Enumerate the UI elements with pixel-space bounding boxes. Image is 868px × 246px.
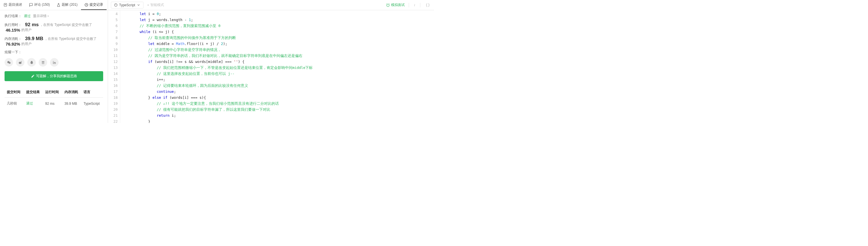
th-runtime: 运行时间 [43,87,62,98]
tab-label: 题解 (201) [62,2,77,7]
code-content[interactable]: let i = 0; let j = words.length - 1; // … [120,10,434,123]
tabs: 题目描述 评论 (150) 题解 (201) 提交记录 [0,0,108,10]
result-row: 执行结果： 通过 显示详情 › [4,13,103,19]
linkedin-icon[interactable] [50,58,59,66]
write-solution-button[interactable]: 写题解，分享我的解题思路 [4,71,103,81]
result-status: 通过 [24,13,31,19]
svg-line-18 [389,3,390,4]
mock-interview-button[interactable]: 模拟面试 [386,3,405,7]
flask-icon [57,3,61,7]
tab-label: 提交记录 [90,2,103,7]
history-icon [85,3,88,7]
braces-icon[interactable]: {} [424,3,431,7]
svg-point-15 [386,4,389,6]
smart-mode[interactable]: 智能模式 [148,3,164,7]
brag-row: 炫耀一下： [4,50,103,55]
svg-line-17 [386,3,386,4]
share-icons [4,58,103,66]
runtime-value: 92 ms [25,22,39,28]
tab-label: 评论 (150) [34,2,50,7]
table-row[interactable]: 几秒前通过92 ms39.9 MBTypeScript [4,98,103,110]
code-editor[interactable]: 45678910111213141516171819202122 let i =… [108,10,434,123]
show-detail-link[interactable]: 显示详情 › [33,13,49,19]
memory-row: 内存消耗： 39.9 MB ，在所有 TypeScript 提交中击败了 76.… [4,36,103,47]
runtime-label: 执行用时： [4,23,22,27]
th-time: 提交时间 [4,87,24,98]
svg-rect-9 [42,62,44,63]
svg-point-5 [8,62,10,63]
tab-solutions[interactable]: 题解 (201) [53,0,81,10]
th-lang: 语言 [81,87,103,98]
info-icon[interactable]: i [413,3,416,7]
pencil-icon [31,74,35,78]
th-memory: 内存消耗 [62,87,82,98]
tab-label: 题目描述 [8,2,22,7]
qq-icon[interactable] [27,58,36,66]
submissions-table: 提交时间 提交结果 运行时间 内存消耗 语言 几秒前通过92 ms39.9 MB… [4,87,103,109]
svg-rect-8 [42,61,44,62]
code-icon [114,3,118,7]
memory-label: 内存消耗： [4,36,22,41]
svg-rect-11 [53,62,54,64]
tab-comments[interactable]: 评论 (150) [26,0,53,10]
svg-point-7 [21,61,22,62]
comment-icon [29,3,33,7]
weibo-icon[interactable] [16,58,25,66]
brag-label: 炫耀一下： [4,50,22,55]
tab-submissions[interactable]: 提交记录 [81,0,106,10]
th-result: 提交结果 [24,87,43,98]
svg-point-6 [19,62,21,64]
runtime-pct: 46.15% [6,28,20,32]
svg-point-12 [53,61,54,61]
chevron-down-icon [137,3,141,7]
wechat-icon[interactable] [4,58,13,66]
alarm-icon [386,3,390,7]
doc-icon [3,3,7,7]
douban-icon[interactable] [39,58,47,66]
language-selector[interactable]: TypeScript [111,2,144,8]
memory-pct: 76.92% [6,42,20,47]
line-gutter: 45678910111213141516171819202122 [108,10,120,123]
tab-description[interactable]: 题目描述 [0,0,26,10]
memory-value: 39.9 MB [25,36,43,42]
runtime-row: 执行用时： 92 ms ，在所有 TypeScript 提交中击败了 46.15… [4,22,103,32]
result-label: 执行结果： [4,13,22,19]
